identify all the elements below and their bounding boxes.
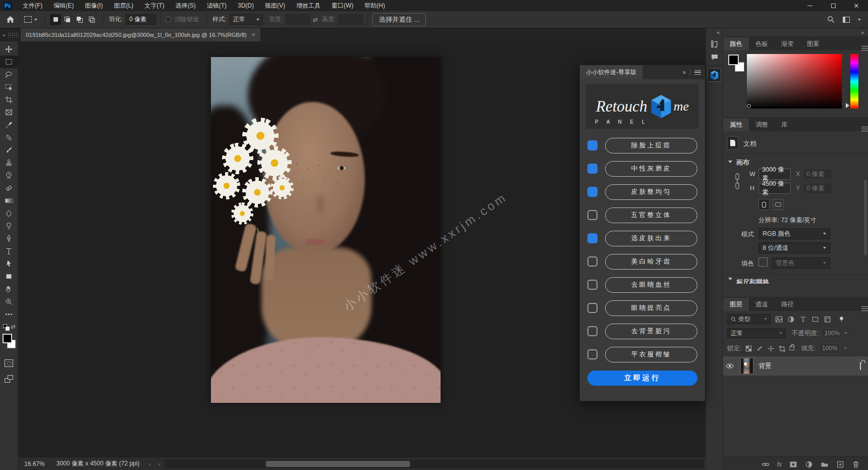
retouch-panel-tab[interactable]: 小小软件迷-尊享版 — [580, 65, 642, 79]
document-tab[interactable]: 0191b85c31da11a8012029ac42d250.jpg@3000w… — [21, 28, 260, 41]
fill-mode-select[interactable]: 背景色 — [772, 257, 830, 269]
width-input[interactable] — [286, 14, 310, 25]
fabric-wrinkles-button[interactable]: 平衣服褶皱 — [605, 347, 697, 362]
height-input[interactable] — [339, 14, 363, 25]
filter-smart-objects-icon[interactable] — [824, 316, 831, 323]
hue-slider-icon[interactable] — [846, 103, 849, 108]
panel-menu-icon[interactable] — [694, 70, 701, 75]
color-cursor[interactable] — [747, 104, 751, 108]
clone-stamp-tool[interactable] — [0, 156, 18, 169]
swap-colors-icon[interactable]: ⇄ — [0, 323, 18, 332]
fabric-wrinkles-checkbox[interactable] — [587, 349, 598, 359]
properties-panel-menu-icon[interactable] — [861, 127, 868, 131]
color-panel-menu-icon[interactable] — [861, 46, 868, 50]
remove-blemishes-checkbox[interactable] — [587, 140, 598, 150]
blend-mode-select[interactable]: 正常 — [727, 328, 786, 338]
home-icon[interactable] — [6, 16, 15, 23]
lock-artboard-icon[interactable] — [778, 345, 786, 352]
menu-view[interactable]: 视图(V) — [259, 0, 291, 11]
canvas-section-caret-icon[interactable] — [728, 161, 732, 163]
height-value-input[interactable]: 4500 像素 — [758, 183, 791, 194]
layer-fill-value[interactable]: 100% — [819, 343, 840, 353]
foreground-background-swatches[interactable] — [0, 333, 18, 353]
path-selection-tool[interactable] — [0, 257, 18, 270]
whiten-teeth-checkbox[interactable] — [587, 256, 598, 267]
zoom-tool[interactable] — [0, 295, 18, 308]
frame-tool[interactable] — [0, 106, 18, 119]
dodge-burn-button[interactable]: 中性灰磨皮 — [605, 161, 697, 177]
tab-properties[interactable]: 属性 — [723, 118, 749, 131]
close-button[interactable]: ✕ — [845, 0, 868, 11]
rectangle-tool[interactable] — [0, 270, 18, 283]
remove-blemishes-button[interactable]: 除脸上痘痣 — [605, 138, 697, 153]
link-layers-icon[interactable] — [762, 460, 770, 468]
subtract-selection-mode-button[interactable] — [74, 14, 85, 25]
brush-tool[interactable] — [0, 144, 18, 156]
menu-image[interactable]: 图像(I) — [79, 0, 108, 11]
eyedropper-tool[interactable] — [0, 119, 18, 131]
tab-layers[interactable]: 图层 — [723, 298, 749, 311]
lock-transparency-icon[interactable] — [745, 345, 752, 352]
link-dimensions-icon[interactable] — [734, 173, 740, 190]
y-value-input[interactable]: 0 像素 — [803, 183, 832, 194]
menu-type[interactable]: 文字(T) — [139, 0, 170, 11]
swap-wh-icon[interactable]: ⇄ — [313, 16, 318, 23]
retouch4me-dock-icon[interactable] — [708, 68, 721, 82]
menu-edit[interactable]: 编辑(E) — [48, 0, 79, 11]
horizontal-scrollbar-thumb[interactable] — [266, 461, 410, 467]
clean-backdrop-button[interactable]: 去背景脏污 — [605, 324, 697, 339]
object-selection-tool[interactable] — [0, 81, 18, 93]
add-adjustment-icon[interactable] — [805, 460, 813, 468]
lock-pixels-icon[interactable] — [756, 345, 764, 352]
menu-file[interactable]: 文件(F) — [17, 0, 48, 11]
document-close-icon[interactable]: × — [252, 31, 255, 38]
marquee-preset-icon[interactable] — [24, 16, 32, 23]
tab-patterns[interactable]: 图案 — [800, 37, 826, 50]
screen-mode-button[interactable] — [0, 373, 18, 385]
intersect-selection-mode-button[interactable] — [86, 14, 97, 25]
remove-eye-vessels-checkbox[interactable] — [587, 280, 598, 290]
pen-tool[interactable] — [0, 232, 18, 245]
filter-shape-layers-icon[interactable] — [811, 316, 819, 323]
menu-select[interactable]: 选择(S) — [170, 0, 201, 11]
color-mode-select[interactable]: RGB 颜色 — [758, 228, 830, 239]
zoom-level[interactable]: 16.67% — [18, 460, 51, 467]
tab-swatches[interactable]: 色板 — [749, 37, 775, 50]
history-panel-icon[interactable] — [706, 37, 723, 50]
tab-paths[interactable]: 路径 — [775, 298, 800, 311]
filter-pixel-layers-icon[interactable] — [775, 316, 783, 323]
layers-panel-menu-icon[interactable] — [861, 306, 868, 311]
saturation-brightness-field[interactable] — [747, 54, 842, 109]
layer-thumbnail[interactable] — [740, 358, 753, 374]
move-tool[interactable] — [0, 43, 18, 56]
dodge-tool[interactable] — [0, 220, 18, 232]
dock-collapse-icon[interactable]: « — [717, 28, 723, 37]
run-now-button[interactable]: 立即运行 — [587, 371, 697, 386]
fill-color-swatch[interactable] — [758, 257, 768, 267]
workspace-caret-icon[interactable] — [858, 19, 861, 21]
select-and-mask-button[interactable]: 选择并遮住 ... — [372, 13, 425, 26]
fill-caret-icon[interactable] — [844, 347, 847, 349]
antialias-checkbox[interactable] — [166, 17, 171, 22]
menu-filter[interactable]: 滤镜(T) — [201, 0, 232, 11]
new-group-icon[interactable] — [821, 460, 829, 468]
status-popup-icon[interactable]: › — [144, 461, 154, 467]
edit-toolbar-icon[interactable] — [0, 308, 18, 321]
hand-tool[interactable] — [0, 283, 18, 295]
tab-libraries[interactable]: 库 — [775, 118, 794, 131]
blur-tool[interactable] — [0, 207, 18, 220]
retouch-panel-titlebar[interactable]: 小小软件迷-尊享版 » — [580, 65, 705, 79]
type-tool[interactable] — [0, 245, 18, 257]
sculpt-features-checkbox[interactable] — [587, 210, 598, 220]
eye-brilliance-checkbox[interactable] — [587, 303, 598, 313]
gradient-tool[interactable] — [0, 194, 18, 207]
add-selection-mode-button[interactable] — [62, 14, 73, 25]
lock-position-icon[interactable] — [767, 345, 775, 352]
rulers-grid-caret-icon[interactable] — [728, 278, 732, 280]
lock-all-icon[interactable] — [789, 346, 794, 350]
new-selection-mode-button[interactable] — [50, 14, 61, 25]
delete-layer-icon[interactable] — [852, 460, 860, 468]
tab-gradients[interactable]: 渐变 — [775, 37, 800, 50]
layer-style-fx-icon[interactable]: fx — [777, 461, 782, 468]
tool-preset-caret-icon[interactable] — [34, 19, 37, 21]
